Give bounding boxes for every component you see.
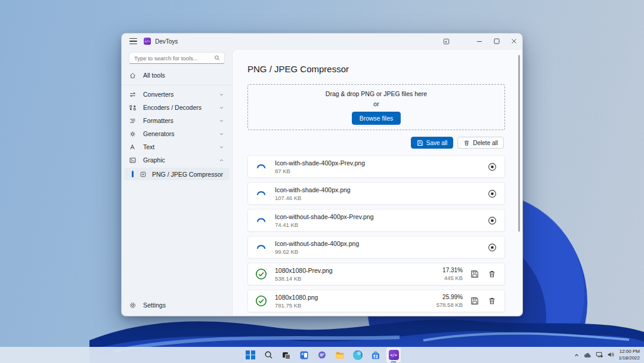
sidebar-item-label: Generators <box>143 130 175 137</box>
hamburger-menu-icon[interactable] <box>129 38 137 44</box>
compressor-icon <box>140 171 147 177</box>
sidebar-item-label: Converters <box>143 91 174 98</box>
file-dropzone[interactable]: Drag & drop PNG or JPEG files here or Br… <box>247 84 505 130</box>
chevron-up-icon <box>219 158 224 163</box>
save-icon <box>417 140 423 146</box>
text-tools-icon <box>129 144 137 150</box>
generators-icon <box>129 131 137 137</box>
minimize-button[interactable] <box>470 33 488 49</box>
success-check-icon <box>255 268 267 280</box>
sidebar-item-png-jpeg-compressor[interactable]: PNG / JPEG Compressor <box>124 168 230 180</box>
devtoys-window: </> DevToys <box>121 33 523 316</box>
search-icon <box>264 350 273 359</box>
new-file-size: 445 KB <box>444 275 463 281</box>
vertical-scrollbar[interactable] <box>518 55 520 232</box>
sidebar-item-encoders-decoders[interactable]: Encoders / Decoders <box>124 101 230 114</box>
sidebar-item-label: Text <box>143 143 154 150</box>
saving-percent: 17.31% <box>442 267 463 273</box>
sidebar-divider <box>122 85 232 85</box>
save-file-button[interactable] <box>469 269 480 279</box>
sidebar-item-graphic[interactable]: Graphic <box>124 153 230 167</box>
home-icon <box>129 72 137 79</box>
store-button[interactable] <box>369 347 383 362</box>
progress-spinner-icon <box>255 187 267 199</box>
file-size: 74.41 KB <box>275 222 374 228</box>
devtoys-taskbar-button[interactable]: </> <box>386 347 401 362</box>
tool-content: PNG / JPEG Compressor Drag & drop PNG or… <box>232 49 522 316</box>
dropzone-text: Drag & drop PNG or JPEG files here <box>326 90 427 97</box>
cancel-compression-button[interactable] <box>487 188 497 199</box>
file-name: Icon-without-shade-400px-Prev.png <box>275 213 374 220</box>
file-name: 1080x1080.png <box>275 294 318 301</box>
tool-search-box[interactable] <box>129 52 225 64</box>
sidebar-item-label: PNG / JPEG Compressor <box>152 171 223 178</box>
cancel-compression-button[interactable] <box>487 242 497 253</box>
page-title: PNG / JPEG Compressor <box>247 64 349 74</box>
sidebar-item-all-tools[interactable]: All tools <box>124 69 230 82</box>
file-size: 99.62 KB <box>275 248 359 255</box>
file-row: Icon-without-shade-400px.png 99.62 KB <box>247 236 505 259</box>
tray-chevron-up-icon[interactable] <box>574 350 580 361</box>
volume-icon[interactable] <box>607 350 614 361</box>
delete-file-button[interactable] <box>487 296 497 306</box>
saving-percent: 25.99% <box>442 294 463 300</box>
delete-all-label: Delete all <box>473 140 498 146</box>
progress-spinner-icon <box>255 214 267 226</box>
dropzone-or-text: or <box>373 100 379 107</box>
file-row: Icon-with-shade-400px.png 107.46 KB <box>247 182 505 205</box>
gear-icon <box>129 302 137 309</box>
sidebar-item-label: Encoders / Decoders <box>143 104 202 111</box>
sidebar: All tools Converters Encoders / Decoders <box>122 49 232 316</box>
taskbar: </> 12:00 PM 1/18/2022 <box>0 347 644 363</box>
save-file-button[interactable] <box>469 296 480 306</box>
file-list: Icon-with-shade-400px-Prev.png 87 KB <box>247 155 505 312</box>
chevron-down-icon <box>219 131 224 137</box>
titlebar[interactable]: </> DevToys <box>122 33 522 49</box>
file-name: Icon-with-shade-400px.png <box>275 186 351 193</box>
sidebar-item-generators[interactable]: Generators <box>124 127 230 140</box>
task-view-button[interactable] <box>279 347 293 362</box>
cancel-compression-button[interactable] <box>487 161 497 172</box>
maximize-button[interactable] <box>488 33 505 49</box>
progress-spinner-icon <box>255 161 267 173</box>
new-file-size: 578.58 KB <box>436 302 463 308</box>
start-button[interactable] <box>243 347 258 362</box>
widgets-button[interactable] <box>297 347 311 362</box>
edge-button[interactable] <box>351 347 365 362</box>
chevron-down-icon <box>219 105 224 110</box>
encoders-decoders-icon <box>129 104 137 111</box>
close-button[interactable] <box>505 33 522 49</box>
sidebar-item-converters[interactable]: Converters <box>124 88 230 101</box>
clock[interactable]: 12:00 PM 1/18/2022 <box>618 349 640 361</box>
sidebar-item-label: Graphic <box>143 156 165 164</box>
search-icon[interactable] <box>214 55 220 61</box>
save-all-button[interactable]: Save all <box>411 137 454 149</box>
chat-button[interactable] <box>315 347 329 362</box>
file-row: 1080x1080-Prev.png 538.14 KB 17.31% 445 … <box>247 263 505 285</box>
cancel-compression-button[interactable] <box>487 215 497 226</box>
delete-all-button[interactable]: Delete all <box>457 137 504 149</box>
sidebar-item-label: All tools <box>143 72 165 79</box>
trash-icon <box>463 140 470 146</box>
devtoys-icon: </> <box>389 350 399 360</box>
file-explorer-button[interactable] <box>333 347 347 362</box>
graphic-tools-icon <box>129 157 137 164</box>
taskbar-search-button[interactable] <box>261 347 275 362</box>
chat-icon <box>317 350 327 360</box>
file-size: 107.46 KB <box>275 195 351 201</box>
compact-overlay-button[interactable] <box>438 33 455 49</box>
network-icon[interactable] <box>596 350 603 361</box>
delete-file-button[interactable] <box>487 269 497 279</box>
file-name: Icon-without-shade-400px.png <box>275 240 359 247</box>
formatters-icon <box>129 118 137 124</box>
search-input[interactable] <box>129 55 214 61</box>
converters-icon <box>129 91 137 98</box>
browse-files-button[interactable]: Browse files <box>352 112 401 125</box>
onedrive-icon[interactable] <box>584 350 592 361</box>
progress-spinner-icon <box>255 241 267 253</box>
sidebar-item-label: Formatters <box>143 117 174 124</box>
sidebar-item-text[interactable]: Text <box>124 140 230 153</box>
chevron-down-icon <box>219 92 224 97</box>
sidebar-item-settings[interactable]: Settings <box>124 299 230 312</box>
sidebar-item-formatters[interactable]: Formatters <box>124 114 230 127</box>
